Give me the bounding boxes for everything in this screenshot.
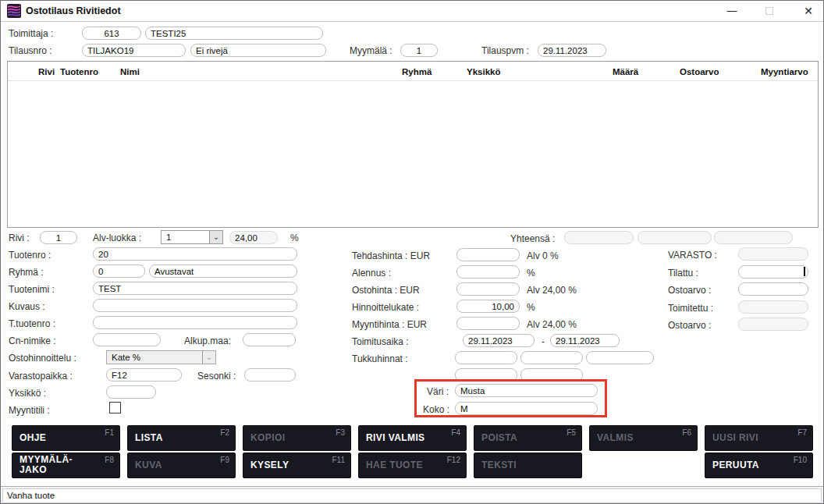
button-lista[interactable]: LISTAF2 — [127, 425, 236, 451]
app-logo-icon — [7, 4, 21, 18]
hinnoittelukate-field[interactable] — [456, 300, 520, 313]
ryhma-name-field[interactable] — [149, 264, 297, 278]
vari-field[interactable] — [455, 384, 598, 397]
label-tehdashinta: Tehdashinta : EUR — [352, 250, 430, 263]
button-hae-tuote: HAE TUOTEF12 — [358, 453, 467, 478]
ostohinnoittelu-value: Kate % — [112, 353, 140, 362]
chevron-down-icon[interactable]: ⌄ — [209, 231, 222, 243]
button-rivi-valmis[interactable]: RIVI VALMISF4 — [358, 425, 467, 451]
ryhma-code-field[interactable] — [93, 264, 145, 278]
label-t-tuotenro: T.tuotenro : — [9, 318, 55, 331]
kuvaus-field[interactable] — [93, 299, 297, 312]
label-toimitusaika-sep: - — [542, 335, 545, 349]
label-varasto: VARASTO : — [668, 249, 717, 262]
button-peruuta[interactable]: PERUUTAF10 — [705, 453, 813, 478]
toimitusaika-from-field[interactable] — [463, 334, 535, 347]
label-alkup-maa: Alkup.maa: — [184, 335, 231, 348]
minimize-icon: — — [727, 5, 737, 16]
label-tuotenro: Tuotenro : — [9, 249, 51, 262]
label-ostohinta-alv: Alv 24,00 % — [527, 284, 577, 297]
titlebar[interactable]: Ostotilaus Rivitiedot — ✕ — [1, 1, 823, 21]
label-ostoarvo-toimitettu: Ostoarvo : — [668, 319, 711, 332]
varasto-field — [738, 247, 808, 261]
toimittaja-name-field[interactable] — [145, 27, 323, 40]
label-vari: Väri : — [427, 385, 449, 399]
label-yksikko: Yksikkö : — [9, 387, 46, 400]
sesonki-field[interactable] — [244, 368, 296, 382]
tuotenimi-field[interactable] — [93, 282, 297, 295]
varastopaikka-field[interactable] — [106, 368, 182, 382]
alennus-field[interactable] — [456, 265, 520, 279]
col-header-yksikko: Yksikkö — [467, 67, 500, 76]
label-myymala: Myymälä : — [350, 44, 392, 58]
order-rows-table[interactable]: Rivi Tuotenro Nimi Ryhmä Yksikkö Määrä O… — [7, 61, 819, 228]
label-hinnoittelukate-unit: % — [527, 301, 535, 314]
myymala-field[interactable] — [400, 44, 438, 57]
label-myyntitili: Myyntitili : — [9, 404, 50, 417]
tukkuhinta-field-2[interactable] — [520, 351, 583, 364]
col-header-ryhma: Ryhmä — [402, 67, 432, 76]
tukkuhinta-field-1[interactable] — [455, 351, 517, 364]
toimitettu-field — [738, 300, 808, 314]
ostoarvo-tilattu-field[interactable] — [738, 282, 808, 296]
label-cn-nimike: Cn-nimike : — [9, 335, 56, 348]
tilausnro-field[interactable] — [82, 44, 186, 57]
label-ostoarvo-tilattu: Ostoarvo : — [668, 284, 711, 297]
yksikko-field[interactable] — [106, 385, 156, 399]
tuotenro-field[interactable] — [93, 247, 297, 261]
label-toimitettu: Toimitettu : — [668, 302, 713, 315]
button-kuva: KUVAF9 — [127, 453, 236, 478]
button-kysely[interactable]: KYSELYF11 — [243, 453, 351, 478]
rivi-field[interactable] — [40, 231, 77, 244]
label-ostohinnoittelu: Ostohinnoittelu : — [9, 352, 76, 365]
button-myymala-jako[interactable]: MYYMÄLÄ-JAKOF8 — [12, 453, 120, 478]
t-tuotenro-field[interactable] — [93, 316, 297, 329]
label-toimitusaika: Toimitusaika : — [352, 335, 409, 349]
button-uusi-rivi: UUSI RIVIF7 — [705, 425, 813, 451]
col-header-tuotenro: Tuotenro — [60, 67, 98, 76]
koko-field[interactable] — [455, 402, 598, 415]
label-hinnoittelukate: Hinnoittelukate : — [352, 301, 419, 314]
titlebar-divider — [1, 21, 823, 22]
col-header-maara: Määrä — [613, 67, 638, 76]
statusbar: Vanha tuote — [1, 486, 823, 504]
myyntihinta-field[interactable] — [456, 317, 520, 330]
label-rivi: Rivi : — [9, 232, 30, 245]
toimittaja-code-field[interactable] — [82, 27, 141, 40]
button-valmis: VALMISF6 — [589, 425, 698, 451]
maximize-button[interactable] — [758, 2, 781, 20]
yhteensa-field-2 — [638, 231, 712, 244]
minimize-button[interactable]: — — [720, 2, 744, 20]
tilattu-field[interactable] — [738, 265, 808, 279]
tilausnro-status-field[interactable] — [190, 44, 326, 57]
col-header-myyntiarvo: Myyntiarvo — [761, 67, 808, 76]
maximize-icon — [765, 7, 773, 15]
close-button[interactable]: ✕ — [797, 2, 820, 20]
tukkuhinta-field-3[interactable] — [586, 351, 654, 364]
toimitusaika-to-field[interactable] — [550, 334, 620, 347]
status-message: Vanha tuote — [2, 488, 822, 503]
alv-luokka-select[interactable]: 1 ⌄ — [161, 230, 223, 244]
button-ohje[interactable]: OHJEF1 — [12, 425, 120, 451]
label-tukkuhinnat: Tukkuhinnat : — [352, 353, 408, 366]
col-header-nimi: Nimi — [120, 67, 140, 76]
tilauspvm-field[interactable] — [538, 44, 606, 57]
label-tilausnro: Tilausnro : — [9, 44, 52, 58]
label-tehdashinta-alv: Alv 0 % — [527, 250, 559, 263]
window: Ostotilaus Rivitiedot — ✕ Toimittaja : T… — [0, 0, 824, 504]
alkup-maa-field[interactable] — [243, 333, 296, 346]
alv-pct-field — [229, 231, 278, 244]
cn-nimike-field[interactable] — [93, 333, 161, 346]
label-varastopaikka: Varastopaikka : — [9, 370, 73, 383]
yhteensa-field-3 — [714, 231, 793, 244]
ostohinta-field[interactable] — [456, 282, 520, 296]
label-toimittaja: Toimittaja : — [9, 27, 53, 41]
label-alv-pct-unit: % — [290, 232, 299, 245]
label-ryhma: Ryhmä : — [9, 266, 44, 279]
tehdashinta-field[interactable] — [456, 248, 520, 261]
label-yhteensa: Yhteensä : — [510, 232, 555, 246]
myyntitili-checkbox[interactable] — [109, 402, 121, 413]
col-header-ostoarvo: Ostoarvo — [680, 67, 719, 76]
label-koko: Koko : — [423, 403, 449, 417]
label-myyntihinta: Myyntihinta : EUR — [352, 318, 427, 332]
